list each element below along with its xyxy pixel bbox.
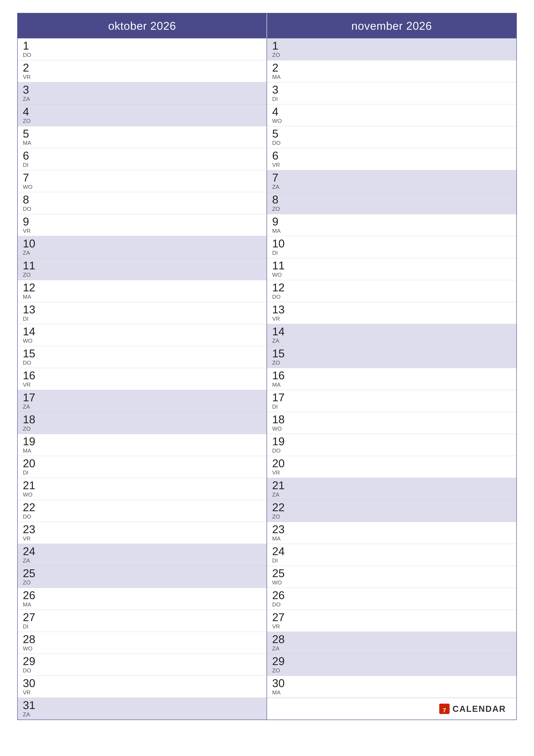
day-number: 12 [272,282,290,293]
right-day-row: 3 DI [267,82,516,104]
day-number: 19 [272,436,290,447]
left-day-row: 30 VR [18,676,267,698]
day-info: 4 ZO [23,106,40,124]
day-number: 28 [23,634,40,645]
day-name: MA [23,293,40,300]
day-number: 25 [23,568,40,579]
day-name: MA [272,535,290,542]
logo-row: 7 CALENDAR [267,698,516,719]
day-number: 9 [23,216,40,227]
day-name: ZA [23,250,40,256]
day-number: 19 [23,436,40,447]
day-name: ZA [23,96,40,102]
day-number: 11 [23,260,40,271]
day-info: 30 VR [23,678,40,696]
day-name: DO [272,447,290,454]
day-name: ZA [272,184,290,190]
day-info: 16 VR [23,370,40,388]
day-name: ZO [23,425,40,432]
day-name: MA [272,689,290,696]
day-name: DI [23,162,40,168]
day-name: ZO [272,667,290,674]
day-name: VR [23,228,40,234]
day-number: 9 [272,216,290,227]
left-day-row: 3 ZA [18,82,267,104]
day-info: 7 ZA [272,172,290,190]
day-number: 7 [23,172,40,183]
left-day-row: 29 DO [18,654,267,676]
right-day-row: 1 ZO [267,39,516,60]
right-day-row: 14 ZA [267,324,516,346]
day-name: DI [272,96,290,102]
left-day-row: 19 MA [18,434,267,456]
day-info: 24 ZA [23,546,40,564]
day-info: 9 MA [272,216,290,234]
day-number: 27 [272,611,290,623]
left-day-row: 28 WO [18,632,267,654]
day-number: 10 [23,238,40,249]
day-info: 31 ZA [23,700,40,718]
left-day-row: 1 DO [18,39,267,60]
day-number: 7 [272,172,290,183]
left-day-row: 12 MA [18,280,267,302]
left-month-header: oktober 2026 [18,14,267,39]
day-number: 16 [23,370,40,381]
day-info: 8 ZO [272,194,290,212]
day-name: MA [272,381,290,388]
left-day-row: 17 ZA [18,390,267,412]
day-info: 14 WO [23,326,40,344]
day-info: 1 DO [23,40,40,58]
day-name: DO [23,52,40,58]
day-number: 29 [23,656,40,667]
right-month-title: november 2026 [351,20,432,32]
day-number: 8 [23,194,40,205]
day-number: 24 [272,546,290,557]
left-day-row: 5 MA [18,126,267,148]
right-day-row: 24 DI [267,544,516,566]
left-day-row: 31 ZA [18,698,267,719]
right-day-row: 7 ZA [267,170,516,192]
left-day-row: 11 ZO [18,258,267,280]
right-month-header: november 2026 [267,14,516,39]
left-days-column: 1 DO 2 VR 3 ZA 4 ZO 5 MA 6 DI 7 WO [18,39,267,719]
day-info: 13 DI [23,304,40,322]
right-days-column: 1 ZO 2 MA 3 DI 4 WO 5 DO 6 VR 7 ZA [267,39,516,719]
day-info: 3 ZA [23,84,40,102]
day-info: 6 DI [23,150,40,168]
day-info: 27 VR [272,611,290,630]
right-day-row: 9 MA [267,214,516,236]
day-name: ZO [272,52,290,58]
day-number: 23 [23,524,40,535]
left-day-row: 14 WO [18,324,267,346]
day-number: 4 [23,106,40,117]
day-number: 5 [272,128,290,139]
day-name: ZA [23,403,40,410]
day-name: ZO [23,118,40,124]
right-day-row: 21 ZA [267,478,516,500]
left-day-row: 6 DI [18,148,267,170]
day-number: 20 [272,458,290,469]
day-info: 2 VR [23,62,40,80]
svg-text:7: 7 [443,707,446,714]
day-number: 16 [272,370,290,381]
day-number: 1 [23,40,40,51]
day-number: 17 [272,392,290,403]
day-number: 13 [23,304,40,315]
day-name: WO [272,272,290,278]
day-name: DO [23,667,40,674]
day-info: 16 MA [272,370,290,388]
day-info: 23 MA [272,524,290,542]
day-number: 3 [272,84,290,95]
day-name: MA [23,140,40,146]
day-name: DO [23,205,40,212]
day-info: 24 DI [272,546,290,564]
day-name: WO [23,338,40,344]
left-day-row: 8 DO [18,192,267,214]
right-day-row: 5 DO [267,126,516,148]
day-number: 14 [23,326,40,337]
day-name: WO [23,645,40,652]
left-day-row: 23 VR [18,522,267,544]
left-day-row: 4 ZO [18,104,267,126]
right-day-row: 10 DI [267,236,516,258]
day-info: 11 WO [272,260,290,278]
